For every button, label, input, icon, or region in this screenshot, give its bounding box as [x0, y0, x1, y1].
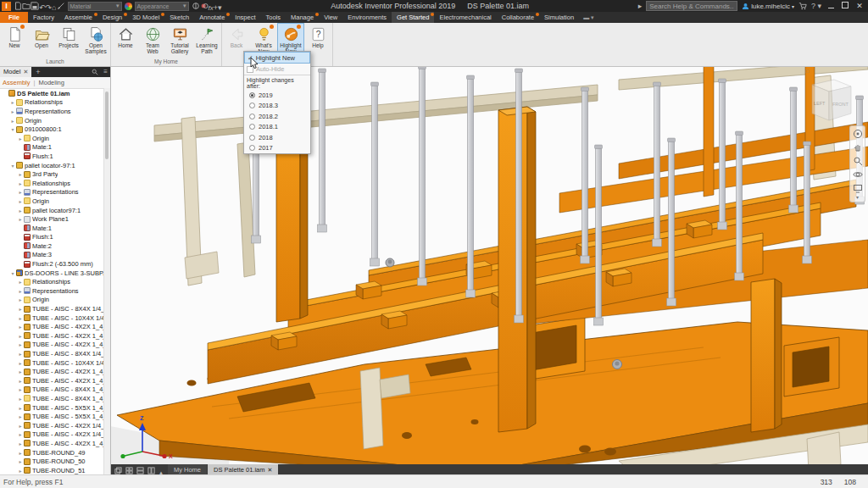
close-button[interactable]: ✕ [854, 1, 865, 11]
tree-item[interactable]: ▸ TUBE - AISC - 8X4X 1/4_4_2 [0, 349, 104, 358]
tree-item[interactable]: DS Palette 01.iam [0, 89, 104, 98]
tree-item[interactable]: ▸ TUBE - AISC - 4X2X 1/4_2_1 [0, 421, 104, 430]
viewport[interactable]: Z X ⌂ LEFT FRONT ▾ [110, 66, 868, 475]
screencast-icon[interactable]: ▬ ▾ [579, 12, 598, 23]
expand-icon[interactable]: ▸ [17, 315, 24, 321]
search-icon[interactable] [89, 69, 101, 75]
restore-button[interactable] [840, 1, 850, 11]
tab-electromechanical[interactable]: Electromechanical [434, 12, 496, 23]
look-at-icon[interactable] [852, 182, 863, 193]
browser-tab-model[interactable]: Model✕ [0, 66, 31, 77]
tree-item[interactable]: ▾ pallet locator-97:1 [0, 161, 104, 170]
expand-icon[interactable]: ▸ [17, 396, 24, 402]
expand-icon[interactable]: ▸ [17, 136, 24, 141]
tree-item[interactable]: ▸ Relationships [0, 179, 104, 188]
tree-item[interactable]: ▸ Origin [0, 197, 104, 206]
tree-item[interactable]: ▸ TUBE - AISC - 8X4X 1_4_3_12 [0, 385, 104, 395]
expand-icon[interactable]: ▸ [17, 208, 24, 214]
tree-item[interactable]: ▸ TUBE - AISC - 5X5X 1_4_1_25 [0, 412, 104, 421]
option-2017[interactable]: 2017 [244, 143, 310, 154]
expand-icon[interactable]: ▸ [17, 413, 24, 419]
tree-item[interactable]: ▸ 3rd Party [0, 169, 104, 179]
expand-icon[interactable]: ▸ [17, 405, 24, 411]
tree-item[interactable]: ▸ TUBE - AISC - 10X4X 1/4_2_1 [0, 313, 104, 323]
expand-icon[interactable]: ▸ [17, 351, 24, 357]
expand-icon[interactable]: ▸ [17, 216, 24, 222]
tab-collaborate[interactable]: Collaborate [497, 12, 539, 23]
tab-environments[interactable]: Environments [342, 12, 392, 23]
expand-icon[interactable]: ▸ [17, 288, 24, 294]
model-3d-view[interactable]: Z X ⌂ LEFT FRONT [110, 66, 868, 475]
tree-item[interactable]: Flush:1 [0, 233, 104, 242]
pan-icon[interactable] [852, 141, 863, 152]
tree-item[interactable]: ▸ pallet locator97:1 [0, 206, 104, 215]
home-button[interactable]: Home [112, 23, 139, 58]
close-icon[interactable]: ✕ [23, 69, 28, 75]
appearance-select[interactable]: Appearance▾ [135, 2, 189, 11]
tab-view[interactable]: View [319, 12, 342, 23]
expand-icon[interactable]: ▸ [17, 324, 24, 330]
zoom-icon[interactable] [852, 155, 863, 166]
subtab-modeling[interactable]: Modeling [38, 79, 64, 86]
option-2018[interactable]: 2018 [244, 132, 310, 143]
learning-path-button[interactable]: Learning Path [193, 23, 220, 58]
tree-item[interactable]: ▸ TUBE-ROUND_49 [0, 448, 104, 458]
collapse-icon[interactable]: ▾ [9, 163, 16, 169]
help-icon[interactable]: ? ▾ [811, 2, 821, 10]
search-expand-icon[interactable]: ▸ [638, 2, 643, 10]
tree-item[interactable]: ▸ TUBE - AISC - 8X4X 1/4_4_1 [0, 304, 104, 313]
tree-item[interactable]: Mate:1 [0, 143, 104, 152]
tree-item[interactable]: ▸ Origin [0, 116, 104, 125]
subtab-assembly[interactable]: Assembly [3, 79, 31, 86]
tree-item[interactable]: ▸ TUBE - AISC - 4X2X 1/4_5_1 [0, 430, 104, 440]
expand-icon[interactable]: ▸ [17, 180, 24, 186]
tab-get-started[interactable]: Get Started [392, 12, 434, 23]
new-doc-icon[interactable] [14, 2, 22, 10]
account-menu[interactable]: luke.mihelcic▾ [742, 3, 794, 10]
open-folder-icon[interactable] [22, 2, 31, 10]
tab-simulation[interactable]: Simulation [539, 12, 579, 23]
expand-icon[interactable]: ▸ [17, 360, 24, 366]
tab-inspect[interactable]: Inspect [230, 12, 260, 23]
cart-icon[interactable] [798, 2, 807, 10]
browser-scrollbar[interactable] [103, 88, 110, 475]
clear-appearance-icon[interactable] [200, 2, 209, 10]
navbar-caret-icon[interactable]: ▾ [856, 196, 859, 200]
tree-item[interactable]: ▸ Relationships [0, 98, 104, 108]
expand-icon[interactable]: ▸ [17, 369, 24, 374]
expand-icon[interactable]: ▸ [17, 468, 24, 474]
tree-item[interactable]: Flush:2 (-63.500 mm) [0, 259, 104, 269]
navigation-wheel-icon[interactable] [852, 128, 863, 139]
tree-item[interactable]: ▸ TUBE - AISC - 4X2X 1_4_1_25 [0, 341, 104, 350]
expand-icon[interactable]: ▸ [17, 279, 24, 285]
expand-icon[interactable]: ▸ [17, 306, 24, 312]
undo-icon[interactable]: ↶ [39, 3, 46, 12]
redo-icon[interactable]: ↷ [46, 3, 53, 12]
expand-icon[interactable]: ▸ [17, 333, 24, 339]
expand-icon[interactable]: ▸ [17, 431, 24, 437]
tree-item[interactable]: ▸ Representations [0, 107, 104, 116]
option-2019[interactable]: 2019 [244, 90, 310, 101]
expand-icon[interactable]: ▸ [17, 386, 24, 392]
tree-item[interactable]: Mate:1 [0, 224, 104, 233]
minimize-button[interactable] [826, 1, 836, 11]
option-2018.1[interactable]: 2018.1 [244, 122, 310, 133]
tree-item[interactable]: ▸ TUBE - AISC - 5X5X 1_4_1_24 [0, 403, 104, 413]
option-2018.2[interactable]: 2018.2 [244, 111, 310, 122]
expand-icon[interactable]: ▸ [17, 297, 24, 302]
tree-item[interactable]: ▸ TUBE - AISC - 4X2X 1_4_1_26 [0, 367, 104, 376]
tree-item[interactable]: ▸ TUBE - AISC - 10X4X 1/4_2_2 [0, 358, 104, 368]
expand-icon[interactable]: ▸ [17, 189, 24, 195]
orbit-icon[interactable] [852, 169, 863, 180]
expand-icon[interactable]: ▸ [17, 171, 24, 177]
tree-item[interactable]: ▾ 091000800:1 [0, 125, 104, 134]
expand-icon[interactable]: ▸ [9, 118, 16, 124]
tab-tools[interactable]: Tools [261, 12, 287, 23]
tree-item[interactable]: Flush:1 [0, 152, 104, 161]
tree-item[interactable]: ▸ TUBE - AISC - 4X2X 1_4_1_27 [0, 376, 104, 385]
tree-item[interactable]: ▾ DS-DOORS - LINE 3-SUBPALLET:1 [0, 269, 104, 278]
tree-item[interactable]: ▸ TUBE - AISC - 4X2X 1_4_6_6 [0, 439, 104, 448]
expand-icon[interactable]: ▸ [9, 99, 16, 105]
expand-icon[interactable]: ▸ [17, 458, 24, 464]
tree-item[interactable]: ▸ TUBE-ROUND_50 [0, 457, 104, 466]
